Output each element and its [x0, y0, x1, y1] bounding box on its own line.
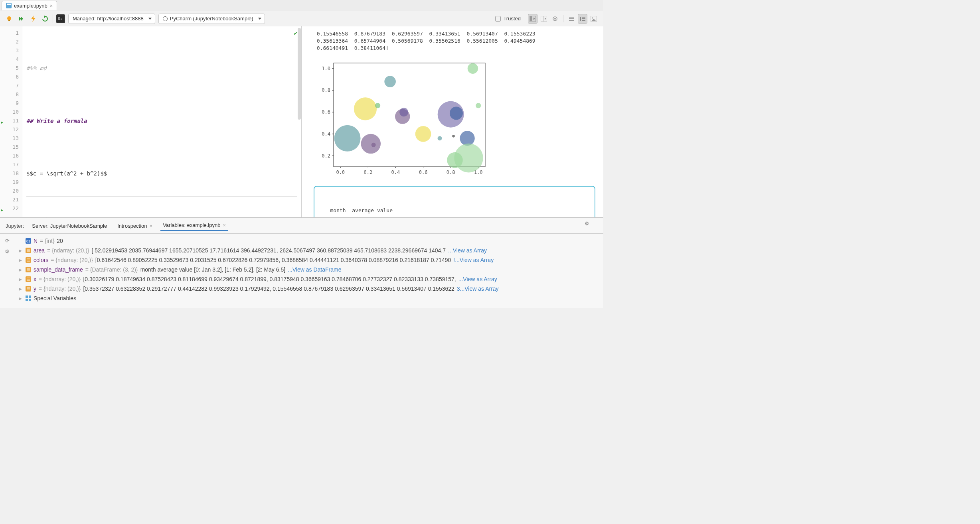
- interpreter-selector[interactable]: PyCharm (JupyterNotebookSample): [158, 14, 265, 24]
- output-text: 0.35613364 0.65744904 0.50569178 0.35502…: [314, 37, 595, 45]
- view-as-array-link[interactable]: 3...View as Array: [457, 284, 499, 294]
- svg-marker-27: [592, 19, 596, 21]
- svg-point-67: [468, 63, 478, 73]
- code-editor[interactable]: ✔ #%% md ## Write a formula $$c = \sqrt(…: [22, 26, 301, 217]
- code-line: #%% md: [26, 65, 47, 71]
- expand-icon[interactable]: ▸: [19, 265, 23, 274]
- ndarray-icon: [26, 257, 31, 263]
- variable-row[interactable]: ▸ sample_data_frame = {DataFrame: (3, 2)…: [19, 265, 599, 274]
- server-selector-label: Managed: http://localhost:8888: [73, 16, 144, 22]
- svg-point-52: [354, 97, 377, 120]
- svg-text:0.4: 0.4: [322, 131, 330, 137]
- layout-preview-icon[interactable]: [550, 14, 560, 24]
- view-as-dataframe-link[interactable]: ...View as DataFrame: [288, 265, 341, 274]
- run-all-icon[interactable]: [17, 14, 26, 23]
- view-as-array-link[interactable]: ...View as Array: [458, 274, 497, 284]
- dark-box-icon[interactable]: D↓: [56, 14, 65, 23]
- svg-point-64: [452, 135, 455, 138]
- view-as-array-link[interactable]: !...View as Array: [453, 255, 494, 265]
- tab-introspection[interactable]: Introspection×: [115, 221, 155, 230]
- svg-point-26: [592, 17, 593, 18]
- special-vars-icon: [26, 295, 31, 301]
- image-view-icon[interactable]: [589, 14, 599, 24]
- expand-icon[interactable]: ▸: [19, 255, 23, 265]
- svg-rect-21: [580, 17, 581, 21]
- chevron-down-icon: [258, 18, 261, 20]
- refresh-icon[interactable]: ⟳: [5, 238, 10, 244]
- trusted-checkbox[interactable]: [495, 16, 501, 22]
- restart-icon[interactable]: [41, 14, 49, 23]
- svg-text:0.8: 0.8: [447, 169, 455, 175]
- svg-point-58: [399, 108, 408, 116]
- editor-pane[interactable]: 1 2 3 4 5 6 7 8 9 10 ▶11 12 13 15 16 17 …: [0, 26, 302, 217]
- notebook-toolbar: D↓ Managed: http://localhost:8888 PyChar…: [0, 11, 603, 26]
- output-text: 0.66140491 0.38411064]: [314, 45, 595, 52]
- tab-variables[interactable]: Variables: example.ipynb×: [160, 221, 228, 231]
- variable-row[interactable]: 01 N = {int} 20: [19, 236, 599, 246]
- output-text: 0.15546558 0.87679183 0.62963597 0.33413…: [314, 30, 595, 37]
- variables-view[interactable]: 01 N = {int} 20 ▸ area = {ndarray: (20,)…: [14, 234, 603, 308]
- svg-text:1.0: 1.0: [322, 66, 330, 71]
- list-view-icon[interactable]: [567, 14, 576, 24]
- scatter-chart: 0.00.20.40.60.81.00.20.40.60.81.0: [314, 59, 489, 179]
- svg-point-62: [450, 106, 463, 120]
- svg-marker-5: [21, 17, 23, 21]
- svg-marker-4: [19, 17, 21, 21]
- svg-point-60: [438, 136, 442, 140]
- svg-point-17: [554, 18, 556, 20]
- scrollbar[interactable]: [298, 28, 301, 120]
- svg-rect-91: [26, 295, 28, 298]
- svg-text:0.2: 0.2: [322, 153, 330, 159]
- ndarray-icon: [26, 286, 31, 292]
- int-icon: 01: [26, 238, 31, 244]
- preview-pane: 0.15546558 0.87679183 0.62963597 0.33413…: [302, 26, 603, 217]
- main-split: 1 2 3 4 5 6 7 8 9 10 ▶11 12 13 15 16 17 …: [0, 26, 603, 218]
- file-tab-example[interactable]: example.ipynb ×: [2, 1, 57, 10]
- variable-row[interactable]: ▸ area = {ndarray: (20,)} [ 52.02919453 …: [19, 246, 599, 255]
- svg-rect-11: [530, 16, 532, 21]
- code-line: ## Write a formula: [26, 118, 87, 124]
- svg-rect-94: [29, 299, 31, 301]
- svg-point-66: [454, 144, 483, 173]
- gear-icon[interactable]: ⚙: [585, 221, 589, 227]
- line-gutter: 1 2 3 4 5 6 7 8 9 10 ▶11 12 13 15 16 17 …: [0, 26, 22, 217]
- svg-text:0.4: 0.4: [391, 169, 400, 175]
- svg-rect-3: [8, 20, 10, 21]
- variable-row[interactable]: ▸ Special Variables: [19, 294, 599, 303]
- bulb-icon[interactable]: [5, 14, 14, 23]
- dataframe-output: month average value 0 Jan 3.2: [314, 186, 595, 217]
- view-as-array-link[interactable]: ...View as Array: [448, 246, 487, 255]
- close-icon[interactable]: ×: [150, 223, 153, 229]
- svg-text:0.8: 0.8: [322, 87, 330, 93]
- server-selector[interactable]: Managed: http://localhost:8888: [68, 14, 155, 24]
- layout-split-icon[interactable]: [539, 14, 549, 24]
- svg-point-2: [7, 16, 11, 20]
- svg-text:0.6: 0.6: [419, 169, 428, 175]
- svg-point-68: [476, 103, 481, 108]
- expand-icon[interactable]: ▸: [19, 274, 23, 284]
- variable-row[interactable]: ▸ y = {ndarray: (20,)} [0.35372327 0.632…: [19, 284, 599, 294]
- layout-code-only-icon[interactable]: [528, 14, 537, 24]
- close-icon[interactable]: ×: [50, 3, 53, 9]
- minimize-icon[interactable]: —: [593, 221, 599, 227]
- variable-row[interactable]: ▸ x = {ndarray: (20,)} [0.30326179 0.187…: [19, 274, 599, 284]
- trusted-label: Trusted: [503, 16, 521, 22]
- svg-rect-93: [26, 299, 28, 301]
- tab-server[interactable]: Server: JupyterNotebookSample: [30, 221, 109, 230]
- close-icon[interactable]: ×: [223, 222, 226, 228]
- gear-icon[interactable]: ⚙: [5, 248, 10, 254]
- run-cell-icon[interactable]: ▶: [1, 206, 3, 215]
- expand-icon[interactable]: ▸: [19, 246, 23, 255]
- panel-side-toolbar: ⟳ ⚙: [0, 234, 14, 308]
- code-line: $$c = \sqrt(a^2 + b^2)$$: [26, 170, 107, 177]
- lightning-icon[interactable]: [29, 14, 38, 23]
- jupyter-file-icon: [6, 3, 12, 8]
- expand-icon[interactable]: ▸: [19, 284, 23, 294]
- svg-marker-15: [545, 18, 546, 20]
- file-tab-label: example.ipynb: [14, 3, 47, 9]
- variable-row[interactable]: ▸ colors = {ndarray: (20,)} [0.61642546 …: [19, 255, 599, 265]
- expand-icon[interactable]: ▸: [19, 294, 23, 303]
- svg-marker-7: [44, 16, 46, 18]
- detail-view-icon[interactable]: [578, 14, 587, 24]
- svg-point-55: [375, 103, 380, 108]
